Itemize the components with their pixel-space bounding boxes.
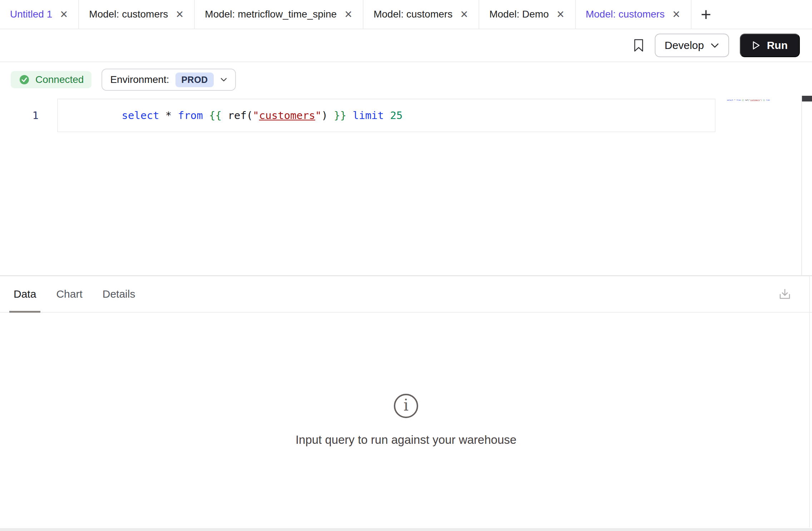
editor-tab[interactable]: Model: metricflow_time_spine ×	[195, 0, 363, 29]
results-tab[interactable]: Details	[103, 276, 135, 312]
results-tab-label: Details	[103, 288, 135, 300]
code-editor[interactable]: 1 select * from {{ ref("customers") }} l…	[0, 99, 812, 275]
chevron-down-icon	[220, 77, 227, 82]
close-icon[interactable]: ×	[672, 8, 681, 21]
editor-tab[interactable]: Model: customers ×	[576, 0, 692, 29]
code-token: ref(	[228, 109, 253, 121]
editor-scrollbar	[801, 96, 812, 275]
environment-value-chip: PROD	[175, 73, 213, 87]
plus-icon: +	[701, 4, 711, 25]
scrollbar-thumb[interactable]	[802, 96, 812, 101]
code-token: customers	[259, 109, 315, 121]
connection-status-label: Connected	[35, 74, 84, 85]
play-icon	[752, 41, 761, 50]
tab-label: Model: metricflow_time_spine	[205, 9, 337, 20]
close-icon[interactable]: ×	[556, 8, 565, 21]
results-panel: Data Chart Details i Input query to run …	[0, 275, 812, 527]
code-token	[159, 109, 165, 121]
results-tab-label: Data	[14, 288, 36, 300]
editor-minimap[interactable]: select * from {{ ref("customers") }} lim…	[716, 97, 770, 104]
code-token: 25	[390, 109, 403, 121]
tab-label: Model: customers	[373, 9, 452, 20]
code-token	[346, 109, 352, 121]
download-icon[interactable]	[778, 288, 791, 301]
code-token: )	[321, 109, 327, 121]
code-line-row: 1 select * from {{ ref("customers") }} l…	[0, 99, 812, 132]
tab-label: Model: Demo	[489, 9, 549, 20]
environment-label: Environment:	[110, 74, 169, 85]
editor-tab[interactable]: Untitled 1 ×	[0, 0, 79, 29]
close-icon[interactable]: ×	[460, 8, 469, 21]
environment-selector[interactable]: Environment: PROD	[102, 69, 236, 91]
status-row: Connected Environment: PROD	[0, 62, 812, 91]
bookmark-icon[interactable]	[633, 39, 644, 52]
tab-label: Model: customers	[89, 9, 168, 20]
develop-button[interactable]: Develop	[655, 34, 729, 57]
close-icon[interactable]: ×	[175, 8, 184, 21]
editor-tab[interactable]: Model: Demo ×	[479, 0, 576, 29]
chevron-down-icon	[710, 43, 719, 48]
results-empty-state: i Input query to run against your wareho…	[0, 313, 812, 527]
info-icon: i	[394, 394, 418, 418]
code-token: {{	[209, 109, 222, 121]
add-tab-button[interactable]: +	[692, 0, 721, 29]
close-icon[interactable]: ×	[59, 8, 68, 21]
results-tab[interactable]: Data	[14, 276, 36, 312]
code-token: limit	[353, 109, 384, 121]
results-tab[interactable]: Chart	[56, 276, 82, 312]
check-circle-icon	[19, 74, 30, 85]
sql-editor-pane: Connected Environment: PROD 1 select * f…	[0, 62, 812, 275]
editor-tab[interactable]: Model: customers ×	[363, 0, 479, 29]
dbt-ide-window: Untitled 1 × Model: customers × Model: m…	[0, 0, 812, 531]
code-token	[172, 109, 178, 121]
empty-state-message: Input query to run against your warehous…	[296, 433, 516, 447]
editor-tab-bar: Untitled 1 × Model: customers × Model: m…	[0, 0, 812, 29]
develop-button-label: Develop	[665, 39, 704, 51]
bottom-resize-bar[interactable]	[0, 528, 812, 531]
run-button-label: Run	[767, 39, 788, 51]
connection-status-badge: Connected	[11, 71, 91, 88]
tab-label: Model: customers	[586, 9, 665, 20]
code-token: "	[315, 109, 321, 121]
results-tab-bar: Data Chart Details	[0, 276, 812, 313]
code-token	[203, 109, 209, 121]
editor-tab[interactable]: Model: customers ×	[79, 0, 195, 29]
line-number: 1	[0, 109, 57, 121]
results-tab-label: Chart	[56, 288, 82, 300]
code-token: }}	[334, 109, 346, 121]
code-token: from	[178, 109, 203, 121]
close-icon[interactable]: ×	[344, 8, 353, 21]
code-token	[222, 109, 228, 121]
code-token	[328, 109, 334, 121]
run-button[interactable]: Run	[740, 34, 800, 57]
code-token: *	[165, 109, 172, 121]
code-token: "	[253, 109, 259, 121]
code-token: select	[122, 109, 159, 121]
tab-label: Untitled 1	[10, 9, 52, 20]
code-token	[384, 109, 390, 121]
code-line[interactable]: select * from {{ ref("customers") }} lim…	[57, 99, 716, 132]
toolbar: Develop Run	[0, 29, 812, 62]
